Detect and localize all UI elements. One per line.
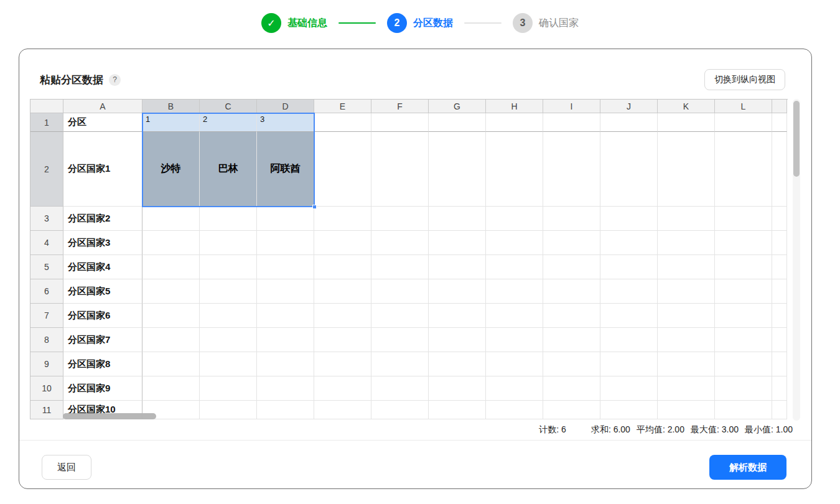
data-cell[interactable]	[142, 376, 200, 401]
column-header-A[interactable]: A	[63, 100, 142, 113]
data-cell[interactable]	[371, 401, 429, 419]
data-cell[interactable]	[257, 401, 314, 419]
data-cell[interactable]	[715, 401, 772, 419]
data-cell[interactable]	[142, 304, 200, 328]
data-cell[interactable]	[257, 255, 314, 279]
data-cell[interactable]	[200, 279, 257, 304]
data-cell[interactable]	[543, 304, 600, 328]
data-cell[interactable]	[200, 352, 257, 376]
data-cell[interactable]	[429, 132, 486, 207]
data-cell[interactable]	[715, 304, 772, 328]
data-cell[interactable]	[658, 304, 715, 328]
data-cell[interactable]	[600, 304, 658, 328]
parse-data-button[interactable]: 解析数据	[709, 455, 786, 480]
fill-handle[interactable]	[312, 205, 317, 209]
data-cell[interactable]	[314, 255, 371, 279]
data-cell[interactable]	[371, 255, 429, 279]
data-cell[interactable]	[715, 207, 772, 231]
column-header-G[interactable]: G	[429, 100, 486, 113]
data-cell[interactable]	[543, 376, 600, 401]
data-cell[interactable]	[371, 352, 429, 376]
data-cell[interactable]	[543, 328, 600, 352]
row-header-11[interactable]: 11	[30, 401, 63, 419]
cell-label[interactable]: 分区国家6	[63, 304, 142, 328]
data-cell[interactable]	[715, 376, 772, 401]
data-cell[interactable]	[142, 279, 200, 304]
data-cell[interactable]	[371, 376, 429, 401]
data-cell[interactable]	[200, 231, 257, 255]
column-header-D[interactable]: D	[257, 100, 314, 113]
data-cell[interactable]	[486, 304, 543, 328]
step-basic-info[interactable]: ✓ 基础信息	[261, 13, 327, 33]
data-cell[interactable]	[543, 113, 600, 132]
data-cell[interactable]	[486, 279, 543, 304]
data-cell[interactable]	[600, 352, 658, 376]
row-header-3[interactable]: 3	[30, 207, 63, 231]
data-cell[interactable]	[429, 304, 486, 328]
data-cell[interactable]	[314, 401, 371, 419]
data-cell[interactable]	[715, 113, 772, 132]
row-header-1[interactable]: 1	[30, 113, 63, 132]
data-cell[interactable]	[314, 376, 371, 401]
grid-corner-cell[interactable]	[30, 100, 63, 113]
horizontal-scrollbar-thumb[interactable]	[63, 413, 156, 419]
data-cell[interactable]	[600, 132, 658, 207]
cell-label[interactable]: 分区国家2	[63, 207, 142, 231]
row-header-7[interactable]: 7	[30, 304, 63, 328]
data-cell[interactable]	[715, 279, 772, 304]
data-cell[interactable]	[200, 255, 257, 279]
data-cell[interactable]: 3	[257, 113, 314, 132]
data-cell[interactable]	[371, 279, 429, 304]
data-cell[interactable]	[257, 304, 314, 328]
data-cell[interactable]	[200, 207, 257, 231]
data-cell[interactable]	[142, 328, 200, 352]
column-header-I[interactable]: I	[543, 100, 600, 113]
data-cell[interactable]	[486, 231, 543, 255]
data-cell[interactable]	[600, 231, 658, 255]
data-cell[interactable]	[486, 113, 543, 132]
data-cell[interactable]	[314, 304, 371, 328]
row-header-4[interactable]: 4	[30, 231, 63, 255]
data-cell[interactable]	[314, 231, 371, 255]
row-header-6[interactable]: 6	[30, 279, 63, 304]
cell-label[interactable]: 分区国家9	[63, 376, 142, 401]
data-cell[interactable]	[600, 328, 658, 352]
row-header-8[interactable]: 8	[30, 328, 63, 352]
data-cell[interactable]	[371, 132, 429, 207]
data-cell[interactable]: 2	[200, 113, 257, 132]
data-cell[interactable]	[429, 279, 486, 304]
cell-label[interactable]: 分区	[63, 113, 142, 132]
data-cell[interactable]	[715, 255, 772, 279]
data-cell[interactable]	[543, 401, 600, 419]
row-header-5[interactable]: 5	[30, 255, 63, 279]
data-cell[interactable]	[658, 401, 715, 419]
data-cell[interactable]: 1	[142, 113, 200, 132]
data-cell[interactable]	[200, 401, 257, 419]
cell-label[interactable]: 分区国家8	[63, 352, 142, 376]
data-cell[interactable]	[658, 231, 715, 255]
data-cell[interactable]	[200, 328, 257, 352]
data-cell[interactable]	[371, 304, 429, 328]
data-cell[interactable]	[543, 207, 600, 231]
cell-label[interactable]: 分区国家1	[63, 132, 142, 207]
toggle-vertical-view-button[interactable]: 切换到纵向视图	[704, 69, 785, 90]
row-header-10[interactable]: 10	[30, 376, 63, 401]
data-cell[interactable]	[486, 401, 543, 419]
data-cell[interactable]	[371, 207, 429, 231]
data-cell[interactable]	[715, 231, 772, 255]
data-cell[interactable]: 巴林	[200, 132, 257, 207]
data-cell[interactable]	[314, 352, 371, 376]
data-cell[interactable]	[600, 255, 658, 279]
data-cell[interactable]	[429, 255, 486, 279]
data-cell[interactable]	[658, 255, 715, 279]
data-cell[interactable]	[371, 328, 429, 352]
data-cell[interactable]	[600, 279, 658, 304]
data-cell[interactable]	[142, 255, 200, 279]
data-cell[interactable]	[257, 376, 314, 401]
data-cell[interactable]	[429, 231, 486, 255]
data-cell[interactable]	[486, 352, 543, 376]
data-cell[interactable]	[600, 401, 658, 419]
data-cell[interactable]	[314, 132, 371, 207]
column-header-K[interactable]: K	[658, 100, 715, 113]
row-header-2[interactable]: 2	[30, 132, 63, 207]
